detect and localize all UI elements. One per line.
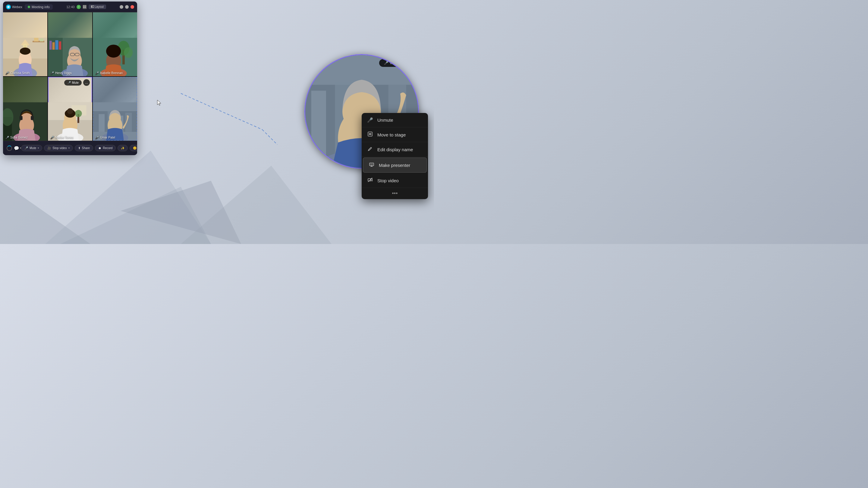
close-button[interactable]: [130, 5, 134, 9]
svg-rect-28: [53, 42, 55, 50]
zoom-more-button[interactable]: ...: [405, 59, 413, 67]
svg-point-44: [106, 44, 121, 58]
maximize-button[interactable]: [125, 5, 129, 9]
more-dots-icon: ...: [85, 80, 88, 85]
svg-rect-11: [93, 5, 94, 6]
svg-rect-12: [93, 7, 94, 8]
layout-button[interactable]: Layout: [89, 4, 106, 9]
effects-button[interactable]: ✨: [118, 145, 128, 151]
name-henry: 🎤 Henry Riggs: [50, 71, 72, 75]
effects-icon: ✨: [121, 147, 124, 150]
zoom-mute-icon: 🎤: [384, 61, 389, 65]
chat-button[interactable]: 💬 ▾: [14, 146, 21, 151]
svg-point-40: [124, 47, 133, 58]
mute-button-small[interactable]: 🎤 Mute: [64, 80, 82, 86]
webex-logo: Webex: [6, 4, 22, 9]
svg-rect-65: [99, 114, 105, 132]
svg-rect-6: [83, 5, 84, 7]
stop-video-button[interactable]: 🎥 Stop video ▾: [44, 145, 73, 151]
svg-marker-4: [60, 187, 211, 244]
svg-marker-2: [121, 181, 241, 244]
mute-label-small: Mute: [72, 81, 79, 84]
svg-rect-29: [56, 40, 59, 50]
mic-icon-umar: 🎤: [95, 136, 99, 139]
menu-item-unmute[interactable]: 🎤 Unmute: [362, 113, 428, 127]
stop-video-label: Stop video: [53, 147, 67, 150]
svg-rect-52: [31, 116, 34, 120]
stop-video-menu-label: Stop video: [377, 178, 399, 183]
reactions-icon: 😊: [133, 147, 136, 150]
menu-item-stop-video[interactable]: Stop video: [362, 173, 428, 188]
svg-marker-91: [157, 100, 161, 105]
mute-toolbar-button[interactable]: 🎤 Mute ▾: [21, 145, 42, 151]
title-bar-right: [120, 5, 134, 9]
meeting-info-tab[interactable]: Meeting info: [25, 4, 53, 10]
make-presenter-icon: [369, 162, 375, 168]
mute-toolbar-icon: 🎤: [24, 147, 28, 150]
record-button[interactable]: ⏺ Record: [95, 145, 116, 151]
loading-spinner: [7, 145, 12, 151]
reactions-button[interactable]: 😊: [130, 145, 137, 151]
title-bar-left: Webex Meeting info: [6, 4, 53, 10]
video-cell-isabelle: 🎤 Isabelle Brennan: [93, 12, 137, 76]
video-cell-umar: 🎤 Umar Patel: [93, 77, 137, 141]
mute-dropdown-arrow: ▾: [38, 147, 39, 150]
svg-rect-86: [371, 166, 372, 166]
unmute-icon: 🎤: [367, 117, 373, 123]
video-cell-clarissa: 🎤 Clarissa Smith: [3, 12, 47, 76]
record-icon: ⏺: [98, 147, 101, 150]
menu-item-edit-display-name[interactable]: Edit display name: [362, 142, 428, 157]
make-presenter-label: Make presenter: [379, 163, 410, 168]
video-cell-henry: 🎤 Henry Riggs: [48, 12, 92, 76]
video-icon: 🎥: [47, 147, 51, 150]
grid-icon: [83, 5, 87, 9]
svg-rect-20: [40, 38, 44, 41]
stop-video-menu-icon: [367, 177, 373, 184]
share-button[interactable]: ⬆ Share: [75, 145, 93, 151]
name-umar: 🎤 Umar Patel: [95, 136, 115, 139]
svg-rect-8: [83, 7, 84, 8]
svg-rect-84: [369, 133, 371, 135]
name-sofia: 🎤 Sofia Gomez: [5, 136, 28, 139]
mute-toolbar-label: Mute: [30, 147, 36, 150]
svg-rect-7: [85, 5, 86, 7]
menu-item-make-presenter[interactable]: Make presenter: [363, 158, 427, 173]
more-button-small[interactable]: ...: [83, 79, 90, 86]
move-to-stage-icon: [367, 132, 373, 138]
window-controls: [120, 5, 134, 9]
unmute-label: Unmute: [377, 118, 393, 123]
zoom-mute-button[interactable]: 🎤 Mute: [379, 59, 403, 67]
svg-line-72: [181, 93, 262, 130]
svg-rect-19: [34, 38, 38, 41]
edit-display-name-label: Edit display name: [377, 147, 413, 152]
more-indicator-dots: •••: [392, 190, 398, 197]
mic-icon-clarissa: 🎤: [5, 71, 9, 75]
zoom-mute-overlay: 🎤 Mute ...: [379, 59, 413, 67]
meeting-info-label: Meeting info: [32, 5, 50, 9]
menu-item-move-to-stage[interactable]: Move to stage: [362, 127, 428, 142]
mic-icon-isabelle: 🎤: [95, 71, 99, 75]
svg-rect-76: [311, 91, 326, 168]
svg-rect-30: [59, 41, 61, 50]
svg-marker-3: [181, 166, 332, 244]
video-cell-sofia: 🎤 Sofia Gomez: [3, 77, 47, 141]
svg-rect-27: [50, 41, 52, 50]
svg-marker-1: [45, 151, 211, 244]
video-cell-marise: 🎤 Mute ... 🎤 Marise Torres: [48, 77, 92, 141]
zoom-more-icon: ...: [407, 61, 411, 65]
svg-rect-51: [20, 116, 23, 120]
title-bar-center: 12:40 ✓ Layout: [66, 4, 106, 9]
name-isabelle: 🎤 Isabelle Brennan: [95, 71, 123, 75]
zoom-mute-label: Mute: [390, 61, 398, 65]
mute-mic-icon: 🎤: [67, 81, 71, 84]
svg-rect-9: [85, 7, 86, 8]
minimize-button[interactable]: [120, 5, 123, 9]
time-display: 12:40: [66, 5, 75, 9]
move-to-stage-label: Move to stage: [377, 132, 406, 137]
video-dropdown-arrow: ▾: [68, 147, 70, 150]
svg-point-5: [7, 6, 10, 8]
toolbar-center: 🎤 Mute ▾ 🎥 Stop video ▾ ⬆ Share ⏺ Record…: [21, 144, 137, 153]
svg-rect-87: [370, 166, 373, 167]
mute-overlay: 🎤 Mute ...: [64, 79, 90, 86]
svg-marker-0: [0, 181, 90, 244]
